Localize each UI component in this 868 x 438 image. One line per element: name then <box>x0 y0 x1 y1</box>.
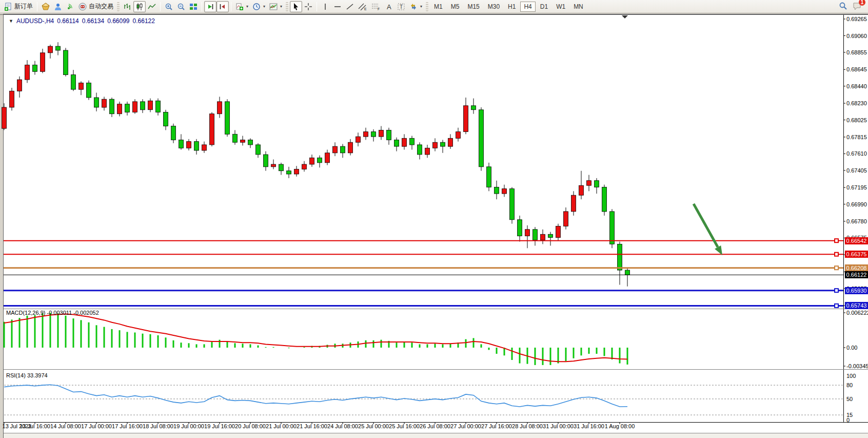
hline-handle <box>835 304 838 308</box>
chart-title: ▼ AUDUSD-,H4 0.66114 0.66134 0.66099 0.6… <box>9 17 155 25</box>
candle-body <box>225 102 230 134</box>
time-axis-label: 14 Jul 08:00 <box>50 423 81 429</box>
candle-body <box>364 132 368 137</box>
candle-body <box>394 140 399 146</box>
candle-body <box>595 181 599 187</box>
price-tag-0.65743: 0.65743 <box>845 302 868 309</box>
time-axis-label: 19 Jul 00:00 <box>173 423 204 429</box>
candle-body <box>318 158 322 163</box>
time-axis-label: 17 Jul 00:00 <box>81 423 112 429</box>
candle-body <box>294 169 299 175</box>
price-tag-0.66122: 0.66122 <box>845 271 868 278</box>
candle-body <box>10 91 14 107</box>
price-axis-tick: 0.68855 <box>846 49 867 55</box>
chart-low: 0.66099 <box>107 17 129 25</box>
candle-body <box>548 234 553 237</box>
candle-body <box>271 164 276 167</box>
price-axis-tick: 0.66990 <box>846 201 867 207</box>
candle-body <box>625 270 630 275</box>
candle-body <box>541 234 545 240</box>
rsi-label: RSI(14) 33.3974 <box>6 372 48 378</box>
chart-open: 0.66114 <box>57 17 79 25</box>
macd-signal-line <box>4 314 627 361</box>
price-axis-tick: 0.68645 <box>846 66 867 72</box>
candle-body <box>464 106 468 132</box>
candle-body <box>418 145 422 155</box>
indicator-axis-tick: 0 <box>846 417 850 423</box>
candle-body <box>33 65 37 72</box>
candle-body <box>356 137 361 142</box>
candle-body <box>371 132 376 137</box>
trend-arrow-head <box>715 245 722 255</box>
candle-body <box>94 98 99 107</box>
indicator-axis-tick: 100 <box>846 373 856 379</box>
price-tag-0.66208: 0.66208 <box>845 264 868 272</box>
candle-body <box>495 187 499 194</box>
candle-body <box>525 230 530 236</box>
indicator-axis-tick: 80 <box>846 382 853 388</box>
candle-body <box>602 187 607 212</box>
candle-body <box>387 130 391 140</box>
time-axis-label: 31 Jul 00:00 <box>543 423 574 429</box>
candle-body <box>287 171 291 174</box>
price-axis-tick: 0.68230 <box>846 100 867 106</box>
price-axis-tick: 0.68025 <box>846 117 867 123</box>
candle-body <box>410 138 415 145</box>
chart-shift-marker <box>622 15 628 18</box>
candle-body <box>56 46 61 50</box>
candle-body <box>402 138 407 146</box>
candle-body <box>379 130 384 137</box>
candle-body <box>579 185 584 195</box>
candle-body <box>279 164 284 171</box>
candle-body <box>248 140 253 145</box>
candle-body <box>179 140 184 148</box>
candle-body <box>64 50 68 75</box>
time-axis-label: 1 Aug 08:00 <box>605 423 635 429</box>
candle-body <box>448 138 453 146</box>
candle-body <box>618 244 622 270</box>
candle-body <box>256 145 261 155</box>
candle-body <box>202 145 207 150</box>
candle-body <box>241 140 245 142</box>
candle-body <box>25 65 30 80</box>
hline-handle <box>835 266 838 270</box>
candle-body <box>17 80 22 91</box>
hline-handle <box>835 239 838 242</box>
candle-body <box>587 181 591 186</box>
candle-body <box>518 220 522 236</box>
candle-body <box>71 75 76 90</box>
candle-body <box>333 146 338 153</box>
time-axis-label: 17 Jul 16:00 <box>112 423 143 429</box>
candle-body <box>302 164 307 169</box>
candle-body <box>556 226 561 238</box>
price-axis-tick: 0.67815 <box>846 134 867 140</box>
candle-body <box>425 148 430 155</box>
chevron-down-icon: ▼ <box>9 18 13 24</box>
candle-body <box>125 104 130 112</box>
candle-body <box>156 101 161 112</box>
chart-high: 0.66134 <box>82 17 104 25</box>
candle-body <box>2 107 7 128</box>
time-axis-label: 25 Jul 16:00 <box>389 423 420 429</box>
price-axis-tick: 0.69265 <box>846 16 867 22</box>
candle-body <box>479 110 484 167</box>
price-axis-tick: 0.67195 <box>846 184 867 191</box>
window-bottom-strip <box>4 433 868 438</box>
candle-body <box>141 102 145 110</box>
mt4-application: 新订单 自动交易 ▾ ▾ ▾ E F A T ▾ <box>0 0 868 438</box>
price-tag-0.66542: 0.66542 <box>845 237 868 244</box>
time-axis-label: 28 Jul 08:00 <box>512 423 543 429</box>
indicator-axis-tick: -0.003451 <box>846 363 868 369</box>
price-chart-canvas[interactable] <box>0 1 868 438</box>
time-axis-label: 21 Jul 00:00 <box>266 423 297 429</box>
chart-window[interactable]: ▼ AUDUSD-,H4 0.66114 0.66134 0.66099 0.6… <box>4 14 868 438</box>
candle-body <box>571 195 576 212</box>
time-axis-label: 21 Jul 16:00 <box>297 423 327 429</box>
candle-body <box>487 167 491 187</box>
macd-label: MACD(12,26,9) -0.003011 -0.002052 <box>6 310 99 316</box>
candle-body <box>48 46 53 53</box>
time-axis-label: 27 Jul 16:00 <box>481 423 512 429</box>
rsi-line <box>4 385 627 407</box>
candle-body <box>233 134 238 142</box>
candle-body <box>471 106 476 110</box>
